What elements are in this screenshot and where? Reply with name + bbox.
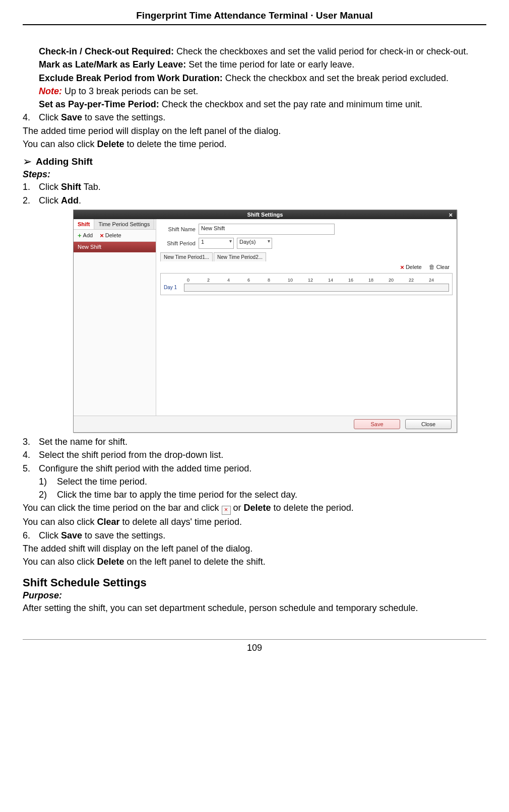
s5-extra-2: You can also click Clear to delete all d…	[23, 516, 486, 528]
s5e1b: or	[231, 503, 244, 513]
text-checkin: Check the checkboxes and set the valid p…	[174, 46, 468, 56]
timeline-day-label: Day 1	[164, 285, 184, 290]
scale-tick: 14	[328, 278, 348, 283]
para-checkin: Check-in / Check-out Required: Check the…	[39, 45, 486, 57]
scale-tick: 6	[247, 278, 268, 283]
sub-text-5-2: Click the time bar to apply the time per…	[57, 489, 297, 501]
time-period-tab-1[interactable]: New Time Period1...	[160, 252, 213, 261]
shift-schedule-title: Shift Schedule Settings	[23, 576, 486, 589]
time-period-tab-2[interactable]: New Time Period2...	[214, 252, 266, 261]
arrow-icon: ➢	[23, 155, 32, 168]
scale-tick: 0	[187, 278, 207, 283]
steps-label: Steps:	[23, 169, 486, 180]
shift-list-item[interactable]: New Shift	[74, 242, 156, 252]
delete-button[interactable]: ×Delete	[100, 232, 121, 239]
list-step-1: 1. Click Shift Tab.	[23, 181, 486, 193]
s5e2c: to delete all days' time period.	[119, 517, 242, 527]
close-button[interactable]: Close	[405, 419, 452, 429]
list-step-5: 5. Configure the shift period with the a…	[23, 462, 486, 475]
scale-tick: 18	[368, 278, 389, 283]
text-exclude: Check the checkbox and set the break per…	[223, 73, 449, 83]
s1-b: Shift	[61, 182, 81, 192]
scale-tick: 10	[288, 278, 308, 283]
timeline-scale: 0 2 4 6 8 10 12 14 16 18 20 22 2	[187, 278, 449, 283]
tab-shift[interactable]: Shift	[74, 219, 94, 229]
label-pay: Set as Pay-per-Time Period:	[39, 99, 159, 109]
trash-icon: 🗑	[429, 263, 435, 270]
delete-label: Delete	[105, 232, 121, 238]
step4-text-c: to save the settings.	[82, 112, 165, 122]
x-icon-2: ×	[400, 263, 404, 271]
close-icon[interactable]: ×	[449, 211, 453, 219]
note-text: Up to 3 break periods can be set.	[62, 86, 198, 96]
list-num-1: 1.	[23, 181, 39, 193]
dialog-left-panel: Shift Time Period Settings +Add ×Delete …	[74, 219, 156, 416]
scale-tick: 12	[308, 278, 328, 283]
text-late: Set the time period for late or early le…	[186, 59, 354, 70]
step4-line3c: to delete the time period.	[124, 139, 226, 149]
para-late: Mark as Late/Mark as Early Leave: Set th…	[39, 58, 486, 71]
tab-time-period-settings[interactable]: Time Period Settings	[94, 219, 154, 229]
s6l3c: on the left panel to delete the shift.	[124, 557, 265, 567]
scale-tick: 16	[348, 278, 368, 283]
list-step-3: 3. Set the name for shift.	[23, 436, 486, 448]
timeline-bar[interactable]	[184, 284, 449, 292]
page-header: Fingerprint Time Attendance Terminal · U…	[23, 10, 486, 25]
timeline-clear-label: Clear	[436, 264, 450, 270]
x-icon: ×	[100, 232, 104, 239]
para-pay: Set as Pay-per-Time Period: Check the ch…	[39, 98, 486, 110]
list-step-6: 6. Click Save to save the settings.	[23, 529, 486, 542]
plus-icon: +	[78, 232, 82, 239]
scale-tick: 24	[429, 278, 449, 283]
s2-c: .	[79, 195, 81, 206]
step4-text-b: Save	[61, 112, 82, 122]
section-adding-shift: ➢ Adding Shift	[23, 155, 486, 168]
s5e1d: to delete the period.	[271, 503, 354, 513]
s2-a: Click	[39, 195, 61, 206]
step4-line3a: You can also click	[23, 139, 97, 149]
step4-line3b: Delete	[97, 139, 124, 149]
scale-tick: 20	[389, 278, 409, 283]
para-exclude: Exclude Break Period from Work Duration:…	[39, 72, 486, 84]
page-number: 109	[23, 639, 486, 653]
step4-line2: The added time period will display on th…	[23, 125, 486, 137]
s2-b: Add	[61, 195, 79, 206]
scale-tick: 4	[227, 278, 247, 283]
shift-period-unit-select[interactable]: Day(s)	[237, 238, 272, 249]
shift-period-value-select[interactable]: 1	[199, 238, 234, 249]
add-button[interactable]: +Add	[78, 232, 93, 239]
list-num-4: 4.	[23, 111, 39, 123]
s5-extra-1: You can click the time period on the bar…	[23, 502, 486, 515]
inline-x-icon: ×	[222, 506, 231, 515]
save-button[interactable]: Save	[354, 419, 400, 429]
label-exclude: Exclude Break Period from Work Duration:	[39, 73, 223, 83]
sub-num-5-2: 2)	[39, 489, 57, 501]
list-num-6: 6.	[23, 529, 39, 542]
para-note: Note: Up to 3 break periods can be set.	[39, 85, 486, 97]
timeline-clear-button[interactable]: 🗑Clear	[429, 263, 450, 271]
s4-text: Select the shift period from the drop-do…	[39, 449, 486, 461]
shift-settings-dialog: Shift Settings × Shift Time Period Setti…	[73, 210, 457, 433]
scale-tick: 22	[409, 278, 429, 283]
purpose-label: Purpose:	[23, 590, 486, 601]
s5e1c: Delete	[244, 503, 271, 513]
scale-tick: 8	[268, 278, 288, 283]
s5e1a: You can click the time period on the bar…	[23, 503, 222, 513]
dialog-right-panel: Shift Name New Shift Shift Period 1 Day(…	[156, 219, 457, 416]
dialog-titlebar[interactable]: Shift Settings ×	[74, 210, 457, 219]
scale-tick: 2	[207, 278, 227, 283]
s6l3a: You can also click	[23, 557, 97, 567]
shift-name-input[interactable]: New Shift	[199, 224, 335, 235]
list-num-3: 3.	[23, 436, 39, 448]
adding-shift-title: Adding Shift	[36, 156, 93, 167]
label-checkin: Check-in / Check-out Required:	[39, 46, 174, 56]
s5e2a: You can also click	[23, 517, 97, 527]
timeline-delete-button[interactable]: ×Delete	[400, 263, 421, 271]
sub-num-5-1: 1)	[39, 476, 57, 488]
step4-line3: You can also click Delete to delete the …	[23, 138, 486, 150]
step4-text-a: Click	[39, 112, 61, 122]
text-pay: Check the checkbox and set the pay rate …	[159, 99, 422, 109]
s3-text: Set the name for shift.	[39, 436, 486, 448]
timeline-delete-label: Delete	[406, 264, 422, 270]
shift-period-label: Shift Period	[160, 240, 196, 246]
